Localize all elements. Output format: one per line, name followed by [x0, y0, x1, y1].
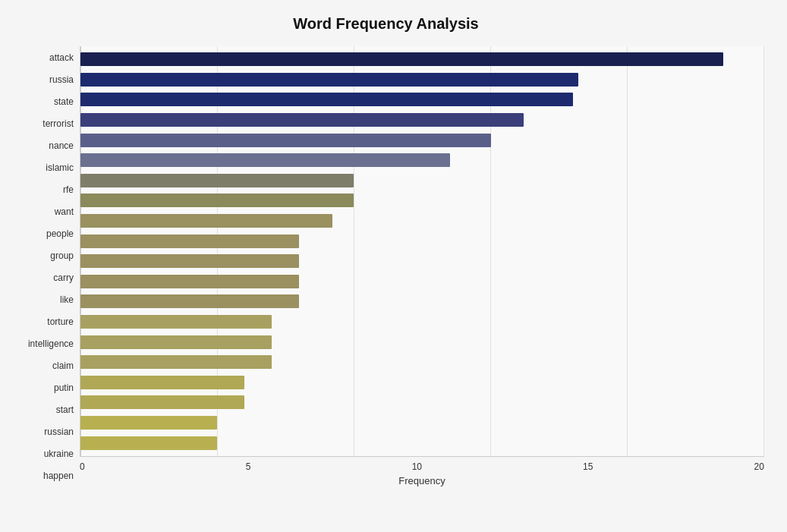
bar-attack: [80, 52, 723, 66]
y-label-state: state: [54, 97, 74, 106]
bar-row-start: [80, 374, 764, 391]
bar-claim: [80, 335, 272, 349]
x-axis-label: Frequency: [80, 475, 764, 486]
bar-group: [80, 235, 299, 248]
bar-row-like: [80, 273, 764, 290]
y-label-putin: putin: [54, 383, 74, 392]
bar-row-group: [80, 233, 764, 250]
x-tick-20: 20: [754, 461, 764, 472]
bar-russia: [80, 73, 578, 87]
bar-row-torture: [80, 293, 764, 310]
bar-row-islamic: [80, 152, 764, 168]
y-label-terrorist: terrorist: [42, 119, 74, 128]
bar-ukraine: [80, 416, 217, 430]
bars-and-grid: [80, 46, 764, 457]
y-label-happen: happen: [43, 471, 74, 480]
y-label-people: people: [46, 229, 74, 238]
bar-row-happen: [80, 435, 764, 452]
chart-area: attackrussiastateterroristnanceislamicrf…: [8, 46, 764, 486]
bar-people: [80, 214, 332, 228]
y-label-torture: torture: [47, 317, 74, 326]
bar-row-nance: [80, 132, 764, 149]
y-label-attack: attack: [49, 53, 74, 62]
bar-like: [80, 275, 299, 288]
y-label-nance: nance: [49, 141, 74, 150]
bars-wrapper: [80, 46, 764, 456]
x-tick-0: 0: [80, 461, 85, 472]
bar-islamic: [80, 153, 450, 167]
bar-intelligence: [80, 315, 272, 329]
y-label-rfe: rfe: [63, 185, 74, 194]
bar-row-want: [80, 192, 764, 209]
y-label-islamic: islamic: [46, 163, 74, 172]
bar-nance: [80, 134, 491, 147]
y-label-russian: russian: [44, 427, 74, 436]
bar-happen: [80, 436, 217, 450]
bar-row-people: [80, 212, 764, 229]
bar-row-russian: [80, 394, 764, 411]
bar-row-intelligence: [80, 313, 764, 330]
bar-row-ukraine: [80, 414, 764, 431]
bar-terrorist: [80, 113, 524, 127]
x-tick-5: 5: [246, 461, 251, 472]
y-label-group: group: [50, 251, 74, 260]
y-label-claim: claim: [52, 361, 74, 370]
x-axis-ticks: 05101520: [80, 461, 764, 472]
bar-row-terrorist: [80, 112, 764, 128]
bar-state: [80, 93, 573, 106]
chart-title: Word Frequency Analysis: [8, 15, 764, 33]
chart-container: Word Frequency Analysis attackrussiastat…: [0, 0, 787, 532]
bar-row-carry: [80, 253, 764, 269]
bar-row-state: [80, 91, 764, 108]
bar-carry: [80, 254, 299, 268]
bar-row-rfe: [80, 172, 764, 189]
bar-row-russia: [80, 71, 764, 88]
y-label-russia: russia: [49, 75, 74, 84]
bar-russian: [80, 395, 244, 409]
y-label-want: want: [55, 207, 74, 216]
bar-row-putin: [80, 354, 764, 370]
bar-want: [80, 194, 354, 207]
x-tick-15: 15: [583, 461, 593, 472]
bar-row-attack: [80, 51, 764, 68]
bar-start: [80, 376, 244, 389]
y-label-intelligence: intelligence: [28, 339, 74, 348]
y-label-ukraine: ukraine: [44, 449, 74, 458]
y-label-carry: carry: [53, 273, 74, 282]
y-axis-labels: attackrussiastateterroristnanceislamicrf…: [8, 46, 80, 486]
y-label-like: like: [60, 295, 74, 304]
bar-torture: [80, 294, 299, 308]
x-tick-10: 10: [412, 461, 422, 472]
y-label-start: start: [56, 405, 74, 414]
bar-putin: [80, 355, 272, 369]
bar-row-claim: [80, 334, 764, 351]
bar-rfe: [80, 174, 354, 187]
